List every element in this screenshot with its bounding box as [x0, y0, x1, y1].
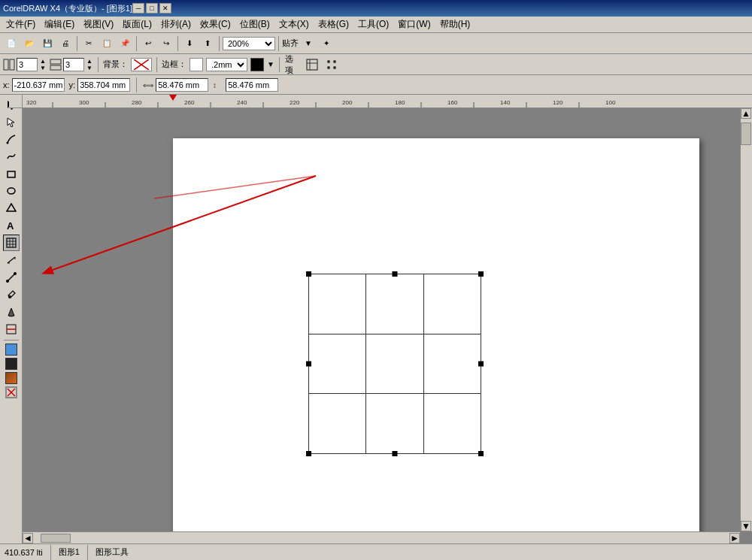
table-cell[interactable]: [309, 394, 366, 454]
table-cell[interactable]: [309, 274, 366, 334]
print-button[interactable]: 🖨: [57, 35, 74, 52]
open-button[interactable]: 📂: [21, 35, 38, 52]
rectangle-tool[interactable]: [3, 165, 20, 182]
export-button[interactable]: ⬆: [199, 35, 216, 52]
svg-text:180: 180: [395, 99, 405, 106]
handle-mid-right[interactable]: [478, 362, 484, 367]
scroll-thumb-v[interactable]: [741, 123, 751, 145]
svg-text:320: 320: [26, 99, 37, 106]
handle-top-right[interactable]: [478, 271, 484, 277]
menu-window[interactable]: 窗口(W): [393, 17, 435, 32]
handle-mid-left[interactable]: [306, 362, 311, 367]
stroke-color-box[interactable]: [5, 358, 17, 370]
x-input[interactable]: [12, 78, 65, 92]
text-tool[interactable]: A: [3, 217, 20, 234]
table-cell[interactable]: [423, 334, 481, 394]
y-input[interactable]: [77, 78, 130, 92]
columns-down[interactable]: ▼: [39, 65, 47, 71]
copy-button[interactable]: 📋: [99, 35, 115, 52]
handle-top-left[interactable]: [306, 271, 311, 277]
new-button[interactable]: 📄: [3, 35, 20, 52]
vertical-scrollbar[interactable]: ▲ ▼: [740, 108, 752, 531]
snap-button[interactable]: ▼: [300, 35, 317, 52]
menu-edit[interactable]: 编辑(E): [40, 17, 79, 32]
fill-color-box2[interactable]: [5, 372, 17, 384]
edge-selector[interactable]: [190, 58, 203, 71]
table-cell[interactable]: [366, 334, 423, 394]
columns-up[interactable]: ▲: [39, 58, 47, 65]
close-button[interactable]: ✕: [159, 3, 171, 14]
save-button[interactable]: 💾: [39, 35, 56, 52]
table-cell[interactable]: [366, 274, 423, 334]
svg-point-11: [327, 66, 330, 69]
table-cell[interactable]: [423, 274, 481, 334]
h-input[interactable]: [226, 78, 278, 92]
handle-top-center[interactable]: [393, 271, 398, 277]
menu-help[interactable]: 帮助(H): [435, 17, 475, 32]
table-cell[interactable]: [309, 334, 366, 394]
ellipse-tool[interactable]: [3, 183, 20, 199]
w-input[interactable]: [156, 78, 208, 92]
scroll-up-button[interactable]: ▲: [741, 108, 751, 119]
none-fill-box[interactable]: [5, 386, 17, 398]
redo-button[interactable]: ↪: [158, 35, 174, 52]
x-icon: [7, 388, 16, 397]
import-button[interactable]: ⬇: [181, 35, 198, 52]
zoom-select[interactable]: 200% 100% 50%: [223, 37, 275, 50]
minimize-button[interactable]: ─: [132, 3, 144, 14]
menu-bitmap[interactable]: 位图(B): [235, 17, 274, 32]
horizontal-scrollbar[interactable]: ◄ ►: [23, 531, 740, 543]
menu-text[interactable]: 文本(X): [274, 17, 314, 32]
svg-line-69: [8, 274, 15, 281]
scroll-down-button[interactable]: ▼: [741, 521, 751, 531]
columns-icon: [3, 59, 15, 71]
maximize-button[interactable]: □: [146, 3, 158, 14]
polygon-tool[interactable]: [3, 200, 20, 216]
dropper-tool[interactable]: [3, 286, 20, 303]
connector-tool[interactable]: [3, 269, 20, 286]
cut-button[interactable]: ✂: [80, 35, 97, 52]
scroll-thumb-h[interactable]: [41, 534, 71, 543]
edge-color-swatch[interactable]: [250, 58, 264, 71]
smartdraw-tool[interactable]: [3, 148, 20, 165]
fill-tool[interactable]: [3, 304, 20, 320]
paste-button[interactable]: 📌: [117, 35, 133, 52]
undo-button[interactable]: ↩: [140, 35, 156, 52]
columns-group: ▲ ▼: [3, 58, 47, 71]
menu-effects[interactable]: 效果(C): [196, 17, 235, 32]
rows-down[interactable]: ▼: [86, 65, 93, 71]
edge-width-select[interactable]: .2mm .5mm 1mm: [206, 58, 247, 71]
drawing-page[interactable]: [173, 138, 699, 543]
table-tool[interactable]: [3, 235, 20, 251]
columns-input[interactable]: [17, 58, 38, 71]
table-icon2[interactable]: [323, 56, 340, 73]
menu-table[interactable]: 表格(G): [314, 17, 353, 32]
rows-input[interactable]: [63, 58, 84, 71]
scroll-right-button[interactable]: ►: [729, 533, 740, 543]
dimension-tool[interactable]: [3, 252, 20, 268]
table-icon1[interactable]: [304, 56, 320, 73]
table-object[interactable]: [308, 274, 481, 454]
freehand-tool[interactable]: [3, 131, 20, 147]
table-cell[interactable]: [423, 394, 481, 454]
canvas-area[interactable]: [23, 108, 752, 543]
rows-up[interactable]: ▲: [86, 58, 93, 65]
status-sep2: [87, 545, 88, 560]
handle-bottom-center[interactable]: [393, 451, 398, 456]
edge-color-dropdown[interactable]: ▼: [267, 56, 274, 73]
subselect-tool[interactable]: [3, 114, 20, 130]
menu-arrange[interactable]: 排列(A): [156, 17, 196, 32]
interactive-tool[interactable]: [3, 321, 20, 338]
menu-layout[interactable]: 版面(L): [118, 17, 156, 32]
menu-file[interactable]: 文件(F): [2, 17, 40, 32]
table-cell[interactable]: [366, 394, 423, 454]
menu-view[interactable]: 视图(V): [79, 17, 118, 32]
snap-icon[interactable]: ✦: [318, 35, 335, 52]
menu-tools[interactable]: 工具(O): [353, 17, 393, 32]
handle-bottom-right[interactable]: [478, 451, 484, 456]
handle-bottom-left[interactable]: [306, 451, 311, 456]
options-button[interactable]: 选项: [284, 56, 301, 73]
scroll-left-button[interactable]: ◄: [23, 533, 33, 543]
fill-color-box[interactable]: [5, 344, 17, 356]
background-selector[interactable]: [131, 58, 152, 71]
